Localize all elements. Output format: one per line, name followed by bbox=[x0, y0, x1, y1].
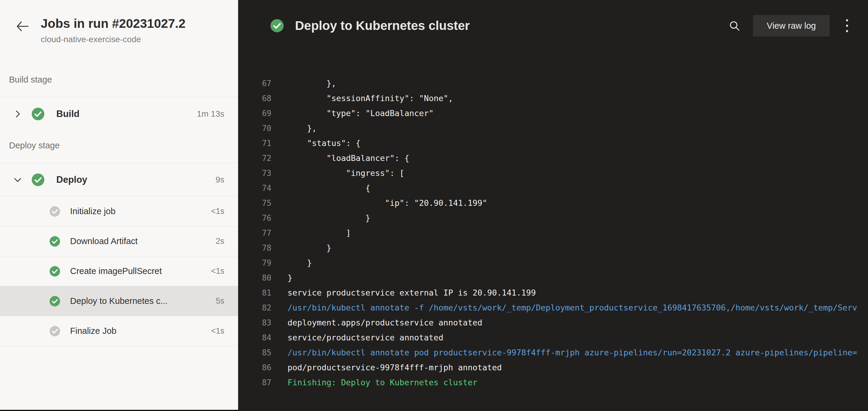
log-line: 77 ] bbox=[238, 226, 868, 240]
log-text: }, bbox=[287, 79, 336, 88]
check-circle-icon bbox=[49, 236, 61, 247]
run-title: Jobs in run #20231027.2 bbox=[41, 16, 185, 31]
pipeline-jobs-screen: Jobs in run #20231027.2 cloud-native-exe… bbox=[0, 0, 868, 411]
log-text: } bbox=[287, 213, 370, 222]
log-lines: 67 },68 "sessionAffinity": "None",69 "ty… bbox=[238, 76, 868, 390]
sidebar-header: Jobs in run #20231027.2 cloud-native-exe… bbox=[0, 0, 238, 44]
step-duration: <1s bbox=[211, 207, 224, 216]
log-text: }, bbox=[287, 124, 317, 133]
log-text: "loadBalancer": { bbox=[287, 153, 409, 163]
log-header-actions: View raw log bbox=[728, 15, 851, 36]
log-text: "status": { bbox=[287, 138, 361, 148]
log-text: service/productservice annotated bbox=[287, 333, 443, 342]
step-duration: <1s bbox=[211, 267, 224, 276]
step-duration: 2s bbox=[216, 237, 224, 246]
line-number: 75 bbox=[246, 196, 271, 211]
log-text: ] bbox=[287, 228, 351, 238]
log-line: 85/usr/bin/kubectl annotate pod products… bbox=[238, 345, 868, 360]
step-row-download-artifact[interactable]: Download Artifact2s bbox=[0, 227, 238, 256]
line-number: 81 bbox=[246, 285, 271, 300]
log-text: "type": "LoadBalancer" bbox=[287, 109, 434, 118]
check-circle-icon bbox=[49, 326, 61, 337]
log-line: 86pod/productservice-9978f4fff-mrjph ann… bbox=[238, 360, 868, 375]
line-number: 85 bbox=[246, 345, 271, 360]
line-number: 79 bbox=[246, 255, 271, 270]
check-circle-icon bbox=[49, 206, 61, 217]
log-line: 83deployment.apps/productservice annotat… bbox=[238, 315, 868, 330]
log-line: 74 { bbox=[238, 181, 868, 196]
stage-heading-deploy: Deploy stage bbox=[9, 140, 238, 151]
log-line: 79 } bbox=[238, 255, 868, 270]
log-title: Deploy to Kubernetes cluster bbox=[295, 19, 470, 33]
job-duration: 1m 13s bbox=[197, 109, 224, 119]
line-number: 76 bbox=[246, 211, 271, 226]
view-raw-log-button[interactable]: View raw log bbox=[753, 15, 830, 36]
job-row-deploy[interactable]: Deploy 9s bbox=[0, 163, 238, 196]
step-row-initialize-job[interactable]: Initialize job<1s bbox=[0, 197, 238, 227]
step-row-create-imagepullsecret[interactable]: Create imagePullSecret<1s bbox=[0, 256, 238, 286]
step-row-deploy-to-kubernetes-c[interactable]: Deploy to Kubernetes c...5s bbox=[0, 286, 238, 316]
search-icon[interactable] bbox=[728, 20, 740, 32]
step-name: Download Artifact bbox=[70, 236, 138, 246]
log-text: { bbox=[287, 183, 370, 193]
chevron-right-icon[interactable] bbox=[12, 109, 23, 119]
line-number: 80 bbox=[246, 270, 271, 285]
log-text: /usr/bin/kubectl annotate -f /home/vsts/… bbox=[287, 303, 857, 312]
log-line: 67 }, bbox=[238, 76, 868, 91]
log-text: "ingress": [ bbox=[287, 168, 404, 178]
step-name: Deploy to Kubernetes c... bbox=[70, 296, 168, 306]
log-line: 73 "ingress": [ bbox=[238, 166, 868, 181]
line-number: 84 bbox=[246, 330, 271, 345]
line-number: 83 bbox=[246, 315, 271, 330]
log-pane: Deploy to Kubernetes cluster View raw lo… bbox=[238, 0, 868, 411]
log-line: 75 "ip": "20.90.141.199" bbox=[238, 196, 868, 211]
line-number: 69 bbox=[246, 106, 271, 121]
line-number: 82 bbox=[246, 300, 271, 315]
run-subtitle: cloud-native-exercise-code bbox=[41, 35, 185, 44]
line-number: 77 bbox=[246, 226, 271, 240]
chevron-down-icon[interactable] bbox=[12, 175, 23, 185]
line-number: 71 bbox=[246, 136, 271, 151]
log-text: "ip": "20.90.141.199" bbox=[287, 198, 487, 208]
job-duration: 9s bbox=[215, 175, 224, 184]
deploy-steps-list: Initialize job<1sDownload Artifact2sCrea… bbox=[0, 196, 238, 346]
sidebar-header-text: Jobs in run #20231027.2 cloud-native-exe… bbox=[41, 16, 185, 44]
line-number: 87 bbox=[246, 375, 271, 390]
log-line: 80} bbox=[238, 270, 868, 285]
log-text: Finishing: Deploy to Kubernetes cluster bbox=[287, 378, 477, 387]
step-row-finalize-job[interactable]: Finalize Job<1s bbox=[0, 316, 238, 346]
log-text: } bbox=[287, 258, 312, 267]
line-number: 72 bbox=[246, 151, 271, 166]
step-duration: <1s bbox=[211, 327, 224, 336]
log-line: 82/usr/bin/kubectl annotate -f /home/vst… bbox=[238, 300, 868, 315]
log-line: 81service productservice external IP is … bbox=[238, 285, 868, 300]
line-number: 86 bbox=[246, 360, 271, 375]
log-line: 84service/productservice annotated bbox=[238, 330, 868, 345]
log-text: deployment.apps/productservice annotated bbox=[287, 318, 482, 327]
kebab-menu-icon[interactable] bbox=[843, 18, 851, 34]
step-name: Initialize job bbox=[70, 206, 116, 216]
jobs-sidebar: Jobs in run #20231027.2 cloud-native-exe… bbox=[0, 0, 238, 411]
step-name: Create imagePullSecret bbox=[70, 266, 162, 276]
check-circle-icon bbox=[49, 296, 61, 307]
job-name: Build bbox=[56, 109, 80, 119]
check-circle-icon bbox=[270, 19, 284, 33]
line-number: 68 bbox=[246, 91, 271, 106]
step-duration: 5s bbox=[216, 297, 224, 306]
line-number: 74 bbox=[246, 181, 271, 196]
log-line: 68 "sessionAffinity": "None", bbox=[238, 91, 868, 106]
line-number: 67 bbox=[246, 76, 271, 91]
log-header: Deploy to Kubernetes cluster View raw lo… bbox=[238, 0, 868, 52]
check-circle-icon bbox=[31, 107, 45, 121]
log-text: } bbox=[287, 273, 292, 282]
log-text: "sessionAffinity": "None", bbox=[287, 94, 453, 103]
log-text: pod/productservice-9978f4fff-mrjph annot… bbox=[287, 363, 502, 372]
log-line: 87Finishing: Deploy to Kubernetes cluste… bbox=[238, 375, 868, 390]
log-line: 72 "loadBalancer": { bbox=[238, 151, 868, 166]
check-circle-icon bbox=[31, 173, 45, 187]
back-arrow-icon[interactable] bbox=[16, 20, 29, 32]
log-text: /usr/bin/kubectl annotate pod productser… bbox=[287, 348, 857, 357]
job-row-build[interactable]: Build 1m 13s bbox=[0, 97, 238, 130]
line-number: 73 bbox=[246, 166, 271, 181]
log-line: 69 "type": "LoadBalancer" bbox=[238, 106, 868, 121]
